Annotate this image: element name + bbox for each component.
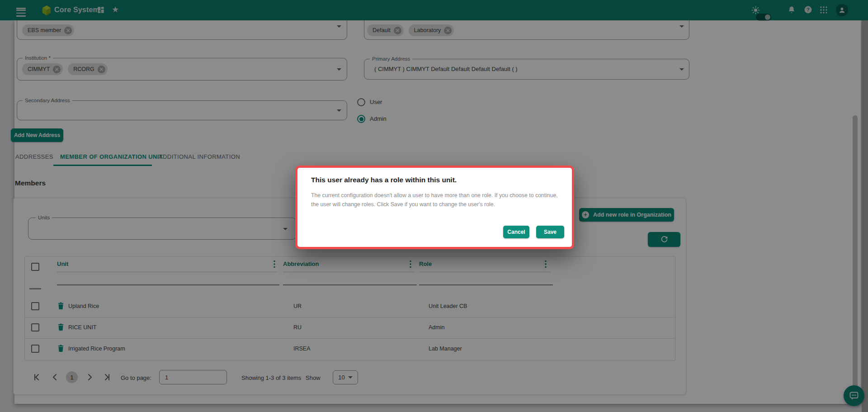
cancel-button[interactable]: Cancel xyxy=(503,226,529,238)
application-window: Core System ★ ? xyxy=(0,0,868,412)
dialog-title: This user already has a role within this… xyxy=(311,176,457,184)
role-warning-dialog: This user already has a role within this… xyxy=(295,166,574,249)
save-button[interactable]: Save xyxy=(536,226,564,238)
dialog-message: The current configuration doesn't allow … xyxy=(311,191,563,209)
